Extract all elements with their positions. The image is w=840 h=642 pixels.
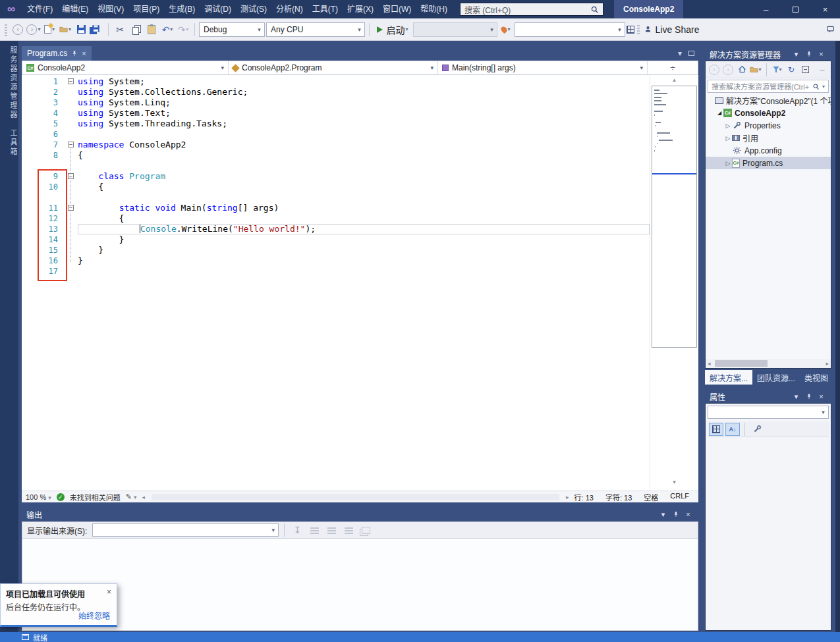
pin-icon[interactable] xyxy=(803,51,814,57)
scroll-right-icon[interactable]: ▸ xyxy=(826,360,829,367)
live-share-button[interactable]: Live Share xyxy=(643,22,700,38)
window-position-icon[interactable]: ▾ xyxy=(658,510,669,519)
properties-header[interactable]: 属性 ▾ × xyxy=(705,390,831,403)
tree-expander-icon[interactable]: ▷ xyxy=(724,122,732,129)
object-selector-dropdown[interactable]: ▾ xyxy=(708,406,829,419)
pin-icon[interactable] xyxy=(71,50,78,57)
pending-changes-filter-button[interactable]: ▾ xyxy=(771,63,783,76)
panel-tab[interactable]: 类视图 xyxy=(800,370,833,385)
navigate-forward-button[interactable]: › xyxy=(722,63,734,76)
menu-item[interactable]: 视图(V) xyxy=(93,0,128,18)
undo-button[interactable]: ↶▾ xyxy=(160,22,175,38)
line-indicator[interactable]: 行: 13 xyxy=(574,492,594,502)
scroll-left-icon[interactable]: ◂ xyxy=(708,360,711,367)
output-header[interactable]: 输出 ▾ × xyxy=(22,507,698,522)
tree-item-references[interactable]: ▷引用 xyxy=(706,132,831,144)
hot-reload-button[interactable]: ▾ xyxy=(499,22,513,38)
document-minimap[interactable] xyxy=(652,86,697,348)
fold-collapse-icon[interactable]: − xyxy=(68,142,74,147)
side-tool-tab[interactable]: 工具箱 xyxy=(0,129,18,157)
solution-configuration-dropdown[interactable]: Debug▾ xyxy=(199,22,265,37)
copy-button[interactable] xyxy=(128,22,143,38)
toolbar-drag-handle[interactable] xyxy=(5,23,7,36)
tree-item-app-config[interactable]: App.config xyxy=(706,144,831,157)
feedback-button[interactable] xyxy=(823,22,837,38)
collapse-all-button[interactable] xyxy=(799,63,811,76)
window-layout-button[interactable] xyxy=(627,22,642,38)
code-spacer-row[interactable] xyxy=(22,161,650,171)
close-icon[interactable]: × xyxy=(683,510,694,518)
save-button[interactable] xyxy=(74,22,88,38)
close-toast-icon[interactable]: × xyxy=(107,587,111,597)
menu-item[interactable]: 生成(B) xyxy=(164,0,200,18)
navigate-back-button[interactable]: ‹ xyxy=(708,63,720,76)
tree-item-properties[interactable]: ▷Properties xyxy=(706,119,831,132)
code-line[interactable]: 14 } xyxy=(22,234,650,245)
maximize-button[interactable] xyxy=(781,0,810,18)
menu-item[interactable]: 工具(T) xyxy=(308,0,343,18)
output-source-dropdown[interactable]: ▾ xyxy=(92,523,279,537)
tree-expander-icon[interactable]: ▷ xyxy=(724,160,732,167)
minimize-button[interactable]: – xyxy=(751,0,781,18)
code-cleanup-button[interactable]: ✎ ▾ xyxy=(126,493,137,501)
menu-item[interactable]: 窗口(W) xyxy=(378,0,416,18)
code-line[interactable]: 17 xyxy=(22,266,650,277)
save-all-button[interactable] xyxy=(90,23,104,36)
scroll-left-icon[interactable]: ◂ xyxy=(142,494,146,500)
close-tab-icon[interactable]: × xyxy=(82,49,86,57)
menu-item[interactable]: 分析(N) xyxy=(271,0,308,18)
categorized-view-button[interactable] xyxy=(709,423,723,436)
code-line[interactable]: 16} xyxy=(22,255,650,266)
document-tab-program-cs[interactable]: Program.cs × xyxy=(22,46,92,61)
window-position-icon[interactable]: ▾ xyxy=(791,392,802,401)
refresh-button[interactable]: ↻ xyxy=(785,63,797,76)
panel-tab[interactable]: 解决方案... xyxy=(705,370,752,385)
navigate-back-icon[interactable]: ‹ xyxy=(11,22,25,38)
tree-expander-icon[interactable]: ▷ xyxy=(724,135,732,142)
word-wrap-button[interactable] xyxy=(358,522,373,538)
start-debugging-button[interactable]: 启动▾ xyxy=(374,22,412,38)
code-spacer-row[interactable] xyxy=(22,192,650,203)
goto-message-button[interactable]: ↧ xyxy=(290,522,304,538)
code-line[interactable]: 3using System.Linq; xyxy=(22,97,650,108)
pin-icon[interactable] xyxy=(803,393,814,400)
solution-explorer-hscrollbar[interactable]: ◂ ▸ xyxy=(706,359,831,368)
code-line[interactable]: 10 { xyxy=(22,182,650,192)
toolbar-overflow-button[interactable]: – xyxy=(816,63,828,76)
menu-item[interactable]: 测试(S) xyxy=(236,0,271,18)
code-line[interactable]: 13 Console.WriteLine("Hello world!"); xyxy=(22,224,650,234)
code-line[interactable]: 1−using System; xyxy=(22,76,650,87)
code-editor[interactable]: 1−using System;2using System.Collections… xyxy=(22,75,650,491)
project-dropdown[interactable]: C# ConsoleApp2 ▾ xyxy=(22,61,229,74)
switch-views-button[interactable]: ▾ xyxy=(750,63,762,76)
code-line[interactable]: 5using System.Threading.Tasks; xyxy=(22,119,650,129)
menu-item[interactable]: 文件(F) xyxy=(22,0,57,18)
clear-all-button[interactable] xyxy=(341,522,356,538)
member-dropdown[interactable]: Main(string[] args) ▾ xyxy=(438,61,648,74)
horizontal-scrollbar[interactable] xyxy=(152,494,559,500)
redo-button[interactable]: ↷▾ xyxy=(176,22,190,38)
solution-explorer-header[interactable]: 解决方案资源管理器 ▾ × xyxy=(705,47,831,61)
code-line[interactable]: 15 } xyxy=(22,245,650,255)
debug-target-dropdown[interactable]: ▾ xyxy=(413,22,497,37)
solution-search-input[interactable]: 搜索解决方案资源管理器(Ctrl+ ▾ xyxy=(708,80,829,93)
code-line[interactable]: 11− static void Main(string[] args) xyxy=(22,203,650,213)
scroll-up-icon[interactable]: ▴ xyxy=(650,76,698,83)
tree-item-solution[interactable]: 解决方案"ConsoleApp2"(1 个项目) xyxy=(706,94,831,107)
scrollbar-thumb[interactable] xyxy=(715,360,768,367)
next-message-button[interactable] xyxy=(324,522,339,538)
code-line[interactable]: 9− class Program xyxy=(22,171,650,182)
code-line[interactable]: 6 xyxy=(22,129,650,140)
paste-button[interactable] xyxy=(144,22,159,38)
window-options-icon[interactable] xyxy=(688,51,694,56)
health-status-text[interactable]: 未找到相关问题 xyxy=(70,492,121,502)
code-line[interactable]: 4using System.Text; xyxy=(22,108,650,119)
menu-item[interactable]: 扩展(X) xyxy=(343,0,378,18)
close-icon[interactable]: × xyxy=(816,50,827,58)
code-line[interactable]: 12 { xyxy=(22,213,650,224)
close-button[interactable]: × xyxy=(810,0,840,18)
alphabetical-sort-button[interactable]: A↓ xyxy=(725,423,740,436)
document-list-chevron-icon[interactable]: ▾ xyxy=(678,49,682,58)
close-icon[interactable]: × xyxy=(816,392,827,400)
menu-item[interactable]: 项目(P) xyxy=(128,0,164,18)
